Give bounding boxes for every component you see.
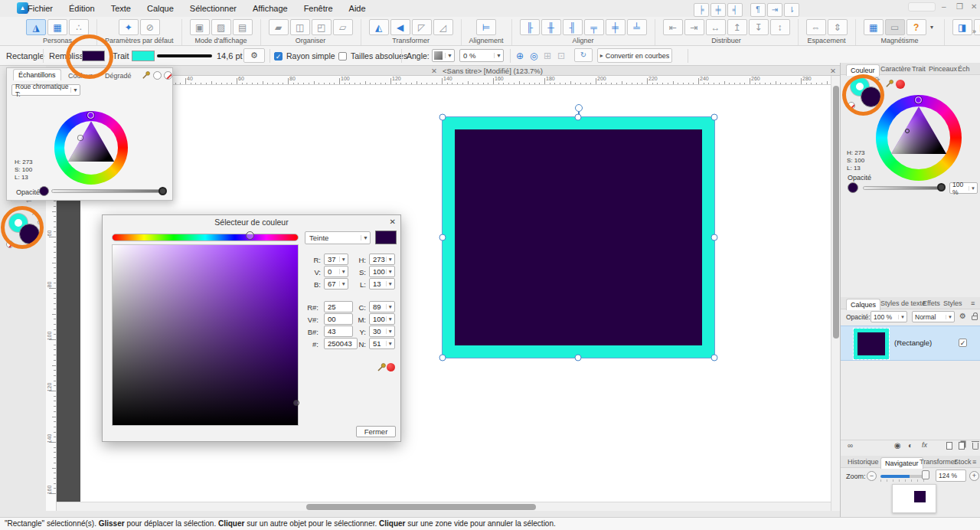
current-color-swatch[interactable] [848,182,858,193]
export-persona-icon[interactable]: ∴ [69,19,89,35]
hscroll-thumb[interactable] [306,504,536,510]
text-align-right-icon[interactable]: ╡ [727,3,743,17]
menu-fichier[interactable]: Fichier [28,4,53,13]
move-to-front-icon[interactable]: ▰ [269,19,289,35]
field-n[interactable]: 51▼ [369,338,395,349]
field-s[interactable]: 100▼ [369,266,395,277]
selection-handle-sw[interactable] [439,355,446,362]
tab-effets[interactable]: Effets [923,299,940,307]
tab-transformer[interactable]: Transformer [920,458,957,466]
field-l[interactable]: 13▼ [369,278,395,290]
distribute-vspace-icon[interactable]: ↕ [770,19,790,35]
field-b[interactable]: 67▼ [324,278,348,290]
selection-handle-se[interactable] [711,355,718,362]
eyedropper-icon[interactable] [885,79,894,90]
zoom-slider[interactable] [880,475,928,478]
horizontal-scrollbar[interactable] [57,502,831,511]
selection-handle-w[interactable] [439,234,446,241]
stroke-width-preview[interactable] [157,54,212,57]
tab-styles[interactable]: Styles [943,299,962,307]
vscroll-thumb[interactable] [833,86,839,339]
layer-row[interactable]: (Rectangle) ✓ [841,326,980,361]
opacity-dropdown[interactable]: 100 % ▼ [949,182,978,194]
selection-handle-n[interactable] [575,114,582,121]
selection-handle-e[interactable] [711,234,718,241]
flip-vertical-icon[interactable]: ◀ [390,19,410,35]
selected-rectangle-shape[interactable] [443,117,714,358]
duplicate-layer-icon[interactable] [959,442,965,450]
layer-thumbnail[interactable] [854,329,889,359]
opacity-slider-knob[interactable] [937,183,946,191]
single-radius-checkbox[interactable]: ✓ [274,52,283,61]
text-align-center-icon[interactable]: ╪ [710,3,726,17]
field-r[interactable]: 37▼ [324,254,348,265]
opacity-slider[interactable] [51,189,166,193]
eyedropper-icon[interactable] [142,70,151,81]
menu-calque[interactable]: Calque [147,4,174,13]
panel-menu-icon[interactable]: ≡ [972,458,976,466]
distribute-left-icon[interactable]: ⇤ [663,19,683,35]
snap-center-icon[interactable]: ⊕ [516,51,524,61]
snapping-units-icon[interactable]: ▭ [885,19,905,35]
snap-grid-icon[interactable]: ⊞ [544,51,551,61]
baseline-icon[interactable]: ⇂ [784,3,799,17]
minimize-button[interactable]: – [942,2,946,11]
rotate-ccw-icon[interactable]: ◸ [412,19,432,35]
align-center-icon[interactable]: ╫ [541,19,561,35]
field-m[interactable]: 100▼ [369,313,395,325]
alignment-icon[interactable]: ⊨ [476,19,496,35]
tab-stock[interactable]: Stock [954,458,972,466]
picker-mode-dropdown[interactable]: Teinte ▼ [305,231,371,244]
vertical-scrollbar[interactable] [831,76,840,511]
hue-marker[interactable] [915,97,922,103]
designer-persona-icon[interactable]: ◮ [26,19,46,35]
tab-caractere[interactable]: Caractère [880,65,911,73]
zoom-slider-knob[interactable] [922,470,929,479]
stroke-settings-gear-icon[interactable]: ⚙ [243,48,265,63]
menu-aide[interactable]: Aide [349,4,366,13]
convert-to-curves-button[interactable]: ▸ Convertir en courbes [597,48,672,63]
sl-square-marker[interactable] [293,400,299,406]
layer-opacity-dropdown[interactable]: 100 % ▼ [871,311,907,322]
tabbar-close-icon[interactable]: ✕ [830,67,836,75]
adjustment-icon[interactable]: ◉ [894,441,901,450]
panel-menu-icon[interactable]: ≡ [971,299,975,307]
hue-marker[interactable] [87,112,94,119]
triangle-marker[interactable] [905,129,910,133]
distribute-vcenter-icon[interactable]: ↧ [749,19,769,35]
move-to-back-icon[interactable]: ▱ [333,19,353,35]
text-align-left-icon[interactable]: ╞ [694,3,709,17]
tab-historique[interactable]: Historique [848,458,879,466]
boolean-add-icon[interactable]: ◨ [952,19,972,35]
tab-navigateur[interactable]: Navigateur [880,457,923,469]
move-backward-icon[interactable]: ◰ [312,19,332,35]
field-y[interactable]: 30▼ [369,326,395,337]
opacity-slider[interactable] [863,186,944,190]
defaults-revert-icon[interactable]: ⊘ [140,19,160,35]
new-layer-icon[interactable] [946,442,952,450]
distribute-hcenter-icon[interactable]: ⇥ [684,19,704,35]
document-tab-title[interactable]: <Sans titre> [Modifié] (123.7%) [443,67,543,75]
saturation-lightness-square[interactable] [112,244,299,426]
radius-percent-dropdown[interactable]: 0 % ▼ [459,49,504,62]
effects-icon[interactable]: fx [922,441,927,449]
tab-calques[interactable]: Calques [846,299,880,310]
snapping-grid-icon[interactable]: ▦ [864,19,884,35]
snapping-assist-icon[interactable]: ? [906,19,926,35]
maximize-button[interactable]: ❐ [956,2,963,11]
zoom-value-box[interactable]: 124 % [936,469,966,482]
align-middle-icon[interactable]: ╪ [606,19,626,35]
selection-handle-ne[interactable] [711,114,718,121]
snap-object-icon[interactable]: ⊡ [557,51,565,61]
move-forward-icon[interactable]: ◫ [290,19,310,35]
rotation-handle[interactable] [575,104,583,112]
hue-slider[interactable] [112,234,299,241]
current-color-swatch[interactable] [39,186,49,196]
align-bottom-icon[interactable]: ╧ [627,19,647,35]
stroke-swatch[interactable] [132,51,155,61]
tab-ech[interactable]: Éch [958,65,970,73]
tab-trait[interactable]: Trait [912,65,926,73]
toolbar-overflow-icon[interactable]: » [972,28,976,35]
navigator-preview[interactable] [892,484,936,513]
pixel-persona-icon[interactable]: ▦ [47,19,67,35]
